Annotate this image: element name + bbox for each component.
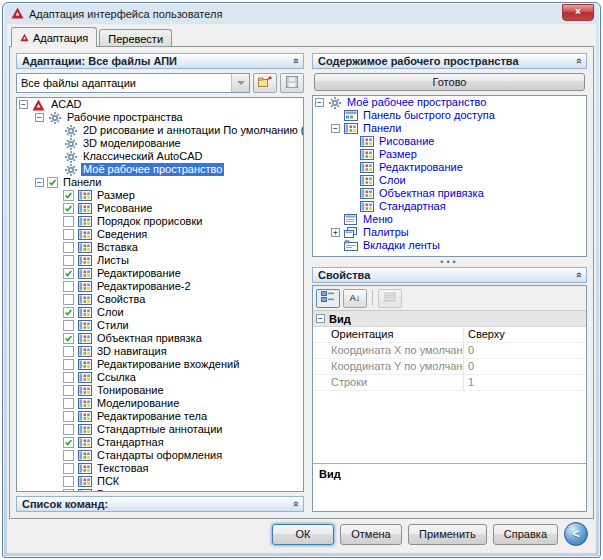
save-customization-button[interactable] <box>280 73 304 93</box>
tab-customize[interactable]: Адаптация <box>11 27 97 47</box>
categorized-view-button[interactable] <box>316 289 340 308</box>
checkbox[interactable] <box>63 320 74 331</box>
titlebar[interactable]: Адаптация интерфейса пользователя <box>3 3 600 24</box>
tree-item[interactable]: Слои <box>313 174 586 187</box>
checkbox[interactable] <box>63 229 74 240</box>
tree-item[interactable]: −Моё рабочее пространство <box>313 96 586 109</box>
tree-item[interactable]: 3D навигация <box>17 345 303 358</box>
checkbox[interactable] <box>63 346 74 357</box>
tree-item[interactable]: Моё рабочее пространство <box>17 163 303 176</box>
tree-item[interactable]: Тонирование <box>17 384 303 397</box>
tree-item[interactable]: Свойства <box>17 293 303 306</box>
tree-item[interactable]: Слои <box>17 306 303 319</box>
ok-button[interactable]: ОК <box>272 524 334 545</box>
collapse-pane-icon[interactable]: » <box>572 58 584 64</box>
checkbox[interactable] <box>63 255 74 266</box>
tree-item[interactable]: Редактирование вхождений <box>17 358 303 371</box>
checkbox[interactable] <box>63 307 74 318</box>
checkbox[interactable] <box>63 281 74 292</box>
expand-icon[interactable]: + <box>331 228 340 237</box>
checkbox[interactable] <box>63 398 74 409</box>
checkbox[interactable] <box>63 411 74 422</box>
checkbox[interactable] <box>63 333 74 344</box>
command-list-pane-header[interactable]: Список команд: » <box>16 496 304 512</box>
checkbox[interactable] <box>63 294 74 305</box>
tree-item[interactable]: Текстовая <box>17 462 303 475</box>
tree-item[interactable]: Размер <box>313 148 586 161</box>
alphabetical-sort-button[interactable]: А↓ <box>343 289 367 308</box>
tree-item[interactable]: Объектная привязка <box>17 332 303 345</box>
checkbox[interactable] <box>63 359 74 370</box>
checkbox[interactable] <box>63 476 74 487</box>
tree-item[interactable]: Стандартная <box>313 200 586 213</box>
tree-item[interactable]: Стандарты оформления <box>17 449 303 462</box>
checkbox[interactable] <box>63 463 74 474</box>
tree-item[interactable]: Ссылка <box>17 371 303 384</box>
collapse-pane-icon[interactable]: » <box>289 58 301 64</box>
tree-item[interactable]: Редактирование <box>17 267 303 280</box>
tree-item[interactable]: Стандартные аннотации <box>17 423 303 436</box>
customization-file-combobox[interactable]: Все файлы адаптации <box>16 73 250 93</box>
checkbox[interactable] <box>63 268 74 279</box>
property-value[interactable]: 1 <box>464 375 586 390</box>
apply-button[interactable]: Применить <box>408 524 487 545</box>
customizations-pane-header[interactable]: Адаптации: Все файлы АПИ » <box>16 53 304 69</box>
tree-item[interactable]: Моделирование <box>17 397 303 410</box>
collapse-pane-icon[interactable]: » <box>572 272 584 278</box>
collapse-icon[interactable]: − <box>315 98 324 107</box>
properties-pane-header[interactable]: Свойства » <box>312 267 587 283</box>
property-value[interactable]: 0 <box>464 343 586 358</box>
close-button[interactable]: × <box>562 4 594 21</box>
tab-transfer[interactable]: Перевести <box>99 29 172 47</box>
checkbox[interactable] <box>63 372 74 383</box>
collapse-icon[interactable]: − <box>35 178 44 187</box>
tree-item[interactable]: Рисование <box>313 135 586 148</box>
tree-item[interactable]: Вставка <box>17 241 303 254</box>
property-value[interactable]: Сверху <box>464 327 586 342</box>
tree-item[interactable]: −Рабочие пространства <box>17 111 303 124</box>
chevron-down-icon[interactable] <box>231 74 249 92</box>
checkbox[interactable] <box>63 216 74 227</box>
collapse-icon[interactable]: − <box>331 124 340 133</box>
cancel-button[interactable]: Отмена <box>340 524 402 545</box>
panel-splitter[interactable]: ••• <box>312 257 587 267</box>
property-category-row[interactable]: − Вид <box>313 311 586 327</box>
tree-item[interactable]: Сведения <box>17 228 303 241</box>
checkbox[interactable] <box>47 177 58 188</box>
property-row[interactable]: Координата X по умолчанию0 <box>313 343 586 359</box>
checkbox[interactable] <box>63 489 74 492</box>
tree-item[interactable]: +Палитры <box>313 226 586 239</box>
tree-item[interactable]: ПСК <box>17 475 303 488</box>
property-row[interactable]: Строки1 <box>313 375 586 391</box>
tree-item[interactable]: Стандартная <box>17 436 303 449</box>
tree-item[interactable]: Порядок прорисовки <box>17 215 303 228</box>
load-customization-button[interactable] <box>253 73 277 93</box>
checkbox[interactable] <box>63 385 74 396</box>
tree-item[interactable]: −ACAD <box>17 98 303 111</box>
checkbox[interactable] <box>63 203 74 214</box>
collapse-icon[interactable]: − <box>316 314 325 323</box>
workspace-contents-header[interactable]: Содержимое рабочего пространства » <box>312 53 587 69</box>
tree-item[interactable]: −Панели <box>313 122 586 135</box>
tree-item[interactable]: Вкладки ленты <box>313 239 586 252</box>
collapse-icon[interactable]: − <box>19 100 28 109</box>
tree-item[interactable]: Меню <box>313 213 586 226</box>
help-button[interactable]: Справка <box>493 524 558 545</box>
tree-item[interactable]: Объектная привязка <box>313 187 586 200</box>
collapse-dialog-button[interactable]: < <box>564 522 588 546</box>
tree-item[interactable]: Стили <box>17 319 303 332</box>
tree-item[interactable]: Классический AutoCAD <box>17 150 303 163</box>
tree-item[interactable]: Редактирование <box>313 161 586 174</box>
property-row[interactable]: ОриентацияСверху <box>313 327 586 343</box>
tree-item[interactable]: 3D моделирование <box>17 137 303 150</box>
checkbox[interactable] <box>63 190 74 201</box>
tree-item[interactable]: Панель быстрого доступа <box>313 109 586 122</box>
checkbox[interactable] <box>63 437 74 448</box>
tree-item[interactable]: Листы <box>17 254 303 267</box>
tree-item[interactable]: −Панели <box>17 176 303 189</box>
expand-pane-icon[interactable]: » <box>289 501 301 507</box>
tree-item[interactable]: Видовые экраны <box>17 488 303 492</box>
tree-item[interactable]: Редактирование-2 <box>17 280 303 293</box>
collapse-icon[interactable]: − <box>35 113 44 122</box>
checkbox[interactable] <box>63 450 74 461</box>
